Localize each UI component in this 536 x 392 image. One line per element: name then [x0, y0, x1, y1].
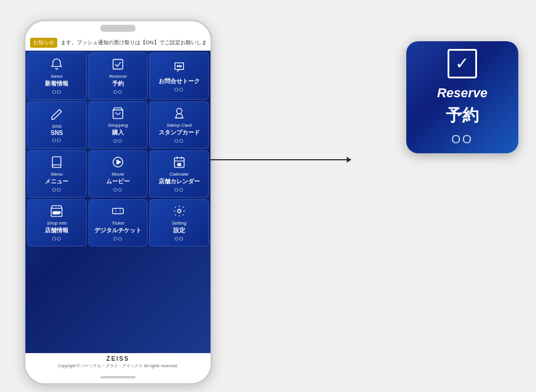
shopinfo-label-ja: 店舗情報	[45, 226, 68, 235]
stamp-icon	[173, 107, 186, 121]
expanded-dots: OO	[451, 133, 473, 146]
ticket-icon	[111, 205, 124, 219]
phone-content: News 新着情報 OO Reserve 予約 OO	[25, 51, 211, 353]
menu-item-news[interactable]: News 新着情報 OO	[27, 52, 87, 100]
reserve-dots: OO	[113, 89, 123, 95]
pencil-icon	[50, 108, 63, 123]
stampcard-label-ja: スタンプカード	[159, 129, 200, 137]
ticket-dots: OO	[113, 236, 123, 242]
expanded-check-icon: ✓	[448, 49, 477, 78]
calendar-icon: 31	[173, 156, 186, 170]
phone-notch	[100, 25, 136, 32]
inquiry-dots: OO	[175, 87, 184, 93]
setting-label-en: Setting	[172, 220, 186, 226]
sns-label-en: SNS	[52, 124, 61, 129]
svg-point-1	[177, 65, 178, 67]
ticket-label-ja: デジタルチケット	[94, 226, 142, 235]
play-icon	[111, 156, 124, 170]
setting-dots: OO	[175, 236, 184, 242]
menu-label-ja: メニュー	[45, 177, 68, 186]
notification-bar: お知らせ ます。プッシュ通知の受け取りは【ON】でご設定お願いします！	[25, 35, 211, 51]
news-dots: OO	[52, 89, 61, 95]
menu-label-en: Menu	[51, 172, 63, 177]
shopping-dots: OO	[113, 138, 123, 144]
news-label-ja: 新着情報	[45, 80, 68, 88]
shopping-label-en: Shopping	[108, 123, 128, 128]
menu-item-reserve[interactable]: Reserve 予約 OO	[88, 52, 148, 100]
setting-label-ja: 設定	[173, 226, 185, 235]
book-icon	[50, 156, 63, 170]
expanded-reserve-label-en: Reserve	[437, 85, 488, 101]
menu-item-calendar[interactable]: 31 Calendar 店舗カレンダー OO	[149, 150, 209, 197]
movie-label-en: Movie	[111, 172, 124, 177]
menu-item-setting[interactable]: Setting 設定 OO	[149, 199, 209, 246]
menu-item-sns[interactable]: SNS SNS OO	[27, 101, 87, 149]
notification-text: ます。プッシュ通知の受け取りは【ON】でご設定お願いします！	[61, 39, 206, 47]
expanded-card-inner: ✓ Reserve 予約 OO	[431, 43, 494, 152]
stampcard-label-en: Stamp Card	[166, 123, 192, 128]
shopinfo-label-en: Shop Info	[47, 220, 67, 226]
calendar-dots: OO	[175, 187, 184, 193]
gear-icon	[173, 205, 186, 219]
check-mark-symbol: ✓	[455, 55, 469, 72]
menu-item-stampcard[interactable]: Stamp Card スタンプカード OO	[149, 101, 209, 149]
check-icon	[111, 58, 124, 73]
svg-point-3	[180, 65, 181, 67]
shopinfo-dots: OO	[52, 236, 61, 242]
svg-rect-15	[113, 208, 123, 213]
shopping-label-ja: 購入	[112, 129, 124, 137]
chat-icon	[173, 61, 186, 75]
sns-label-ja: SNS	[51, 130, 63, 136]
sns-dots: OO	[52, 137, 61, 143]
footer-logo: ZEISS	[28, 355, 208, 362]
svg-point-18	[177, 209, 181, 213]
expanded-card-reserve[interactable]: ✓ Reserve 予約 OO	[406, 41, 518, 153]
phone-bottom-bar	[25, 371, 211, 383]
arrow-line	[209, 159, 351, 160]
svg-rect-0	[113, 60, 123, 70]
svg-point-2	[179, 65, 180, 67]
phone-frame: お知らせ ます。プッシュ通知の受け取りは【ON】でご設定お願いします！ News…	[24, 19, 212, 385]
expanded-reserve-label-ja: 予約	[446, 104, 479, 127]
notification-badge: お知らせ	[30, 38, 57, 48]
stampcard-dots: OO	[175, 138, 184, 144]
calendar-label-ja: 店舗カレンダー	[159, 177, 200, 186]
footer-copyright: Copyright © パーソナル・グラス・アイックス All rights r…	[28, 363, 208, 369]
svg-text:31: 31	[177, 163, 181, 166]
menu-item-ticket[interactable]: Ticket デジタルチケット OO	[88, 199, 148, 246]
svg-marker-7	[117, 160, 120, 164]
svg-text:SHOP: SHOP	[53, 212, 61, 215]
reserve-label-en: Reserve	[109, 74, 127, 79]
menu-dots: OO	[52, 187, 61, 193]
shop-icon: SHOP	[50, 205, 63, 219]
cart-icon	[111, 107, 124, 121]
menu-item-menu[interactable]: Menu メニュー OO	[27, 150, 87, 197]
calendar-label-en: Calendar	[169, 172, 188, 177]
menu-item-shopinfo[interactable]: SHOP Shop Info 店舗情報 OO	[27, 199, 87, 246]
phone-top-bar	[25, 21, 211, 35]
home-indicator	[100, 376, 136, 378]
inquiry-label-ja: お問合せトーク	[159, 77, 200, 85]
reserve-label-ja: 予約	[112, 80, 124, 88]
menu-item-movie[interactable]: Movie ムービー OO	[88, 150, 148, 197]
phone-footer: ZEISS Copyright © パーソナル・グラス・アイックス All ri…	[25, 353, 211, 371]
bell-icon	[50, 58, 63, 73]
movie-label-ja: ムービー	[106, 177, 130, 186]
ticket-label-en: Ticket	[111, 220, 124, 226]
menu-item-shopping[interactable]: Shopping 購入 OO	[88, 101, 148, 149]
movie-dots: OO	[113, 187, 123, 193]
menu-grid: News 新着情報 OO Reserve 予約 OO	[25, 51, 211, 248]
news-label-en: News	[51, 74, 63, 79]
svg-point-5	[176, 108, 182, 114]
menu-item-inquiry[interactable]: お問合せトーク OO	[149, 52, 209, 100]
